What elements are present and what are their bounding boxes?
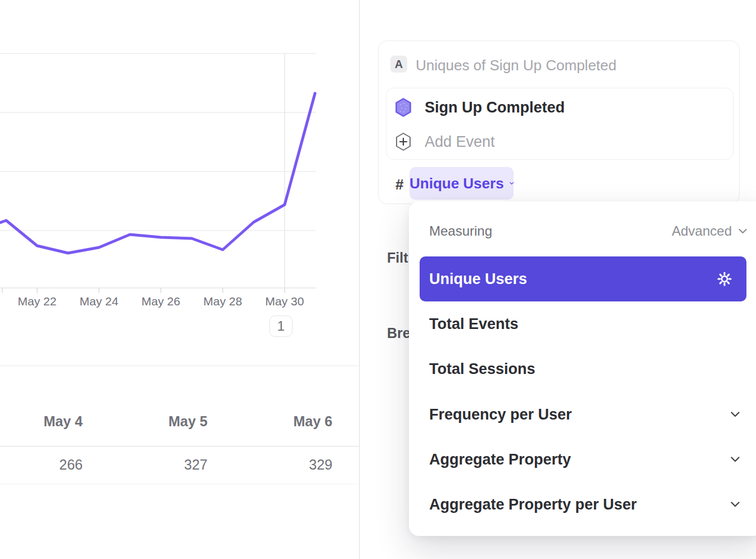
dropdown-item-unique-users[interactable]: Unique Users (420, 256, 746, 301)
table-column-header: May 6 (203, 413, 332, 430)
chevron-down-icon (731, 502, 740, 507)
event-row-sign-up-completed[interactable]: Sign Up Completed (395, 94, 724, 120)
table-value: 329 (203, 457, 332, 473)
event-name-label: Sign Up Completed (425, 99, 565, 116)
table-header-border (0, 446, 359, 447)
dropdown-item-total-sessions[interactable]: Total Sessions (429, 358, 740, 380)
table-column-header: May 5 (78, 413, 208, 430)
chevron-down-icon (731, 457, 740, 462)
table-value: 266 (0, 457, 83, 473)
measure-hash-symbol: # (395, 176, 403, 193)
add-event-button[interactable]: Add Event (395, 129, 724, 155)
dropdown-item-aggregate-property-per-user[interactable]: Aggregate Property per User (429, 493, 740, 516)
gear-icon[interactable] (716, 271, 733, 287)
advanced-mode-selector[interactable]: Advanced (672, 223, 747, 239)
measuring-dropdown-menu: Measuring Advanced Unique Users (409, 201, 756, 536)
dropdown-item-total-events[interactable]: Total Events (429, 313, 740, 335)
panel-divider (359, 0, 360, 559)
advanced-mode-label: Advanced (672, 223, 732, 239)
dropdown-item-label: Aggregate Property per User (429, 496, 637, 513)
dropdown-item-aggregate-property[interactable]: Aggregate Property (429, 448, 740, 471)
dropdown-header: Measuring Advanced (429, 218, 747, 244)
line-chart (0, 0, 360, 366)
x-axis-label: May 22 (18, 295, 57, 308)
chart-panel: May 22May 24May 26May 28May 30 1 May 4 M… (0, 0, 359, 559)
event-hexagon-icon (395, 98, 412, 117)
add-event-plus-icon (395, 132, 412, 151)
breakdown-section-label: Bre (387, 325, 411, 341)
x-axis-label: May 30 (266, 295, 304, 308)
dropdown-item-label: Frequency per User (429, 406, 572, 423)
pagination-page-button[interactable]: 1 (269, 315, 292, 337)
dropdown-item-label: Unique Users (429, 271, 527, 288)
chevron-down-icon (510, 181, 514, 186)
table-column-header: May 4 (0, 413, 83, 430)
dropdown-item-frequency-per-user[interactable]: Frequency per User (429, 403, 740, 426)
table-value: 327 (78, 457, 208, 473)
chevron-down-icon (739, 229, 747, 234)
measure-selector-label: Unique Users (410, 175, 504, 192)
event-list-card: Sign Up Completed Add Event (386, 88, 734, 160)
table-bottom-border (0, 484, 359, 484)
query-summary-title: Uniques of Sign Up Completed (416, 57, 616, 74)
x-axis-label: May 28 (204, 295, 242, 308)
measure-selector-chip[interactable]: Unique Users (410, 167, 514, 200)
series-a-badge: A (390, 56, 407, 73)
x-axis-label: May 26 (142, 295, 181, 308)
filter-section-label: Filt (387, 250, 408, 266)
chevron-down-icon (731, 412, 740, 417)
add-event-label: Add Event (425, 133, 495, 151)
query-builder-card: A Uniques of Sign Up Completed Sign Up C… (378, 40, 740, 204)
x-axis-label: May 24 (80, 295, 119, 308)
measuring-label: Measuring (429, 223, 492, 239)
table-top-border (0, 366, 359, 366)
dropdown-item-label: Total Events (429, 315, 519, 333)
dropdown-item-label: Aggregate Property (429, 451, 571, 468)
dropdown-item-label: Total Sessions (429, 360, 536, 378)
